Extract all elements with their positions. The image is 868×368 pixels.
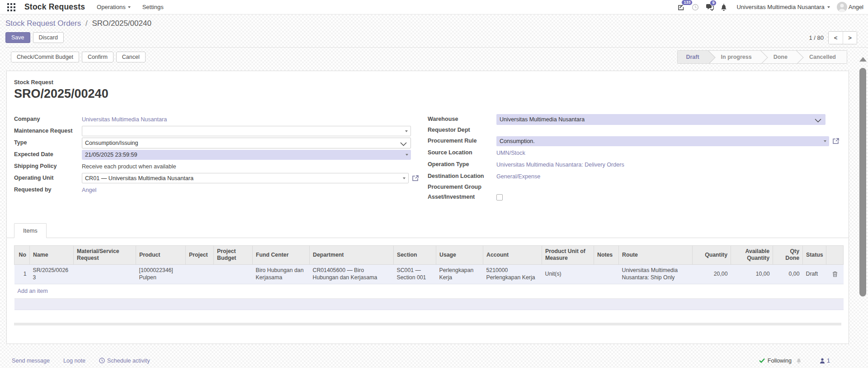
stage-in-progress[interactable]: In progress: [708, 51, 761, 63]
col-route: Route: [619, 246, 693, 265]
procurement-group-label: Procurement Group: [428, 184, 496, 190]
tab-items[interactable]: Items: [14, 223, 47, 238]
cell-available-quantity: 10,00: [731, 264, 773, 284]
operation-type-value-link[interactable]: Universitas Multimedia Nusantara: Delive…: [496, 162, 624, 168]
warehouse-select[interactable]: Universitas Multimedia Nusantara: [496, 114, 826, 125]
delete-row-icon[interactable]: [830, 271, 840, 277]
cell-no: 1: [14, 264, 30, 284]
chevron-down-icon: [128, 6, 131, 8]
cell-qty-done: 0,00: [773, 264, 803, 284]
breadcrumb-separator: /: [85, 19, 88, 28]
cell-project-budget: [214, 264, 253, 284]
avatar: [837, 2, 847, 12]
empty-edit-row[interactable]: [14, 298, 844, 310]
col-product: Product: [136, 246, 186, 265]
breadcrumb-current: SRO/2025/00240: [92, 19, 151, 28]
operating-unit-value: CR01 — Universitas Multimedia Nusantara: [85, 175, 193, 182]
items-table: No Name Material/Service Request Product…: [14, 245, 844, 310]
user-menu[interactable]: Angel: [837, 2, 863, 12]
log-note-label: Log note: [63, 358, 85, 364]
cell-project: [186, 264, 214, 284]
cell-name: SR/2025/00263: [30, 264, 74, 284]
following-toggle[interactable]: Following: [759, 358, 802, 364]
form-grid: Company Universitas Multimedia Nusantara…: [14, 114, 841, 202]
breadcrumb: Stock Request Orders / SRO/2025/00240: [5, 19, 868, 28]
stage-cancelled[interactable]: Cancelled: [797, 51, 847, 63]
cell-notes: [594, 264, 619, 284]
form-right-column: Warehouse Universitas Multimedia Nusanta…: [421, 114, 841, 202]
field-row-type: Type Consumption/Issuing: [14, 137, 421, 148]
cancel-button[interactable]: Cancel: [116, 52, 146, 62]
check-commit-budget-button[interactable]: Check/Commit Budget: [11, 52, 79, 62]
field-row-maintenance-request: Maintenance Request: [14, 125, 421, 137]
procurement-rule-value: Consumption.: [500, 138, 535, 144]
control-panel: Stock Request Orders / SRO/2025/00240 Sa…: [0, 14, 868, 66]
cell-fund-center: Biro Hubungan dan Kerjasama: [253, 264, 310, 284]
followers-count: 1: [827, 358, 830, 364]
stage-draft[interactable]: Draft: [678, 51, 708, 63]
pager-next-button[interactable]: >: [843, 32, 857, 44]
procurement-rule-external-link-icon[interactable]: [832, 137, 841, 145]
pager-previous-button[interactable]: <: [829, 32, 843, 44]
company-value-link[interactable]: Universitas Multimedia Nusantara: [82, 116, 167, 123]
operating-unit-input[interactable]: CR01 — Universitas Multimedia Nusantara: [82, 173, 409, 183]
add-an-item-link[interactable]: Add an item: [18, 288, 48, 294]
menu-operations[interactable]: Operations: [97, 4, 131, 10]
col-notes: Notes: [594, 246, 619, 265]
cell-department: CR01405600 — Biro Hubungan dan Kerjasama: [310, 264, 394, 284]
asset-investment-checkbox[interactable]: [496, 194, 503, 201]
status-pipeline: Draft In progress Done Cancelled: [677, 50, 847, 64]
source-location-value-link[interactable]: UMN/Stock: [496, 150, 525, 156]
menu-settings[interactable]: Settings: [142, 4, 164, 10]
discard-button[interactable]: Discard: [33, 32, 64, 43]
scrollbar-up-arrow[interactable]: [859, 57, 867, 62]
page-title: SRO/2025/00240: [14, 87, 841, 101]
activities-button[interactable]: [692, 4, 699, 11]
apps-menu-icon[interactable]: [5, 1, 17, 13]
field-row-company: Company Universitas Multimedia Nusantara: [14, 114, 421, 125]
company-switcher[interactable]: Universitas Multimedia Nusantara: [736, 4, 830, 10]
col-material-service-request: Material/Service Request: [74, 246, 136, 265]
table-row[interactable]: 1 SR/2025/00263 [1000022346] Pulpen Biro…: [14, 264, 844, 284]
chat-button[interactable]: 9: [706, 4, 714, 11]
notifications-button[interactable]: [721, 4, 727, 11]
pager-counter: 1 / 80: [809, 34, 824, 41]
chevron-down-icon: [827, 6, 830, 8]
stage-draft-label: Draft: [686, 54, 699, 60]
chatter-follow-area: Following 1: [759, 358, 830, 364]
procurement-rule-input[interactable]: Consumption.: [496, 136, 829, 146]
messages-button[interactable]: 133: [677, 3, 685, 11]
field-row-operation-type: Operation Type Universitas Multimedia Nu…: [428, 159, 841, 170]
col-project: Project: [186, 246, 214, 265]
confirm-button[interactable]: Confirm: [82, 52, 113, 62]
dropdown-caret-icon: [403, 177, 406, 179]
section-divider: [14, 323, 841, 325]
maintenance-request-input[interactable]: [82, 126, 411, 136]
schedule-activity-button[interactable]: Schedule activity: [99, 358, 150, 364]
notebook-tabbar: Items: [7, 223, 849, 238]
warehouse-value: Universitas Multimedia Nusantara: [500, 116, 585, 123]
col-qty-done: Qty Done: [773, 246, 803, 265]
warehouse-label: Warehouse: [428, 116, 496, 122]
app-title: Stock Requests: [24, 2, 85, 12]
cell-row-actions: [826, 264, 844, 284]
send-message-button[interactable]: Send message: [12, 358, 50, 364]
followers-counter[interactable]: 1: [820, 358, 830, 364]
cell-product: [1000022346] Pulpen: [136, 264, 186, 284]
operating-unit-external-link-icon[interactable]: [412, 174, 421, 182]
stage-in-progress-label: In progress: [721, 54, 752, 60]
expected-date-input[interactable]: 21/05/2025 23:59:59: [82, 150, 411, 160]
field-row-procurement-rule: Procurement Rule Consumption.: [428, 135, 841, 147]
person-icon: [820, 358, 825, 363]
field-row-warehouse: Warehouse Universitas Multimedia Nusanta…: [428, 114, 841, 125]
save-button[interactable]: Save: [5, 32, 30, 43]
destination-location-value-link[interactable]: General/Expense: [496, 173, 540, 180]
breadcrumb-parent-link[interactable]: Stock Request Orders: [5, 19, 81, 28]
type-value: Consumption/Issuing: [85, 140, 138, 146]
chatter: Send message Log note Schedule activity …: [6, 358, 849, 368]
vertical-scrollbar: [859, 53, 868, 368]
type-select[interactable]: Consumption/Issuing: [82, 138, 411, 148]
scrollbar-thumb[interactable]: [859, 68, 866, 296]
requested-by-value-link[interactable]: Angel: [82, 187, 96, 193]
log-note-button[interactable]: Log note: [63, 358, 85, 364]
